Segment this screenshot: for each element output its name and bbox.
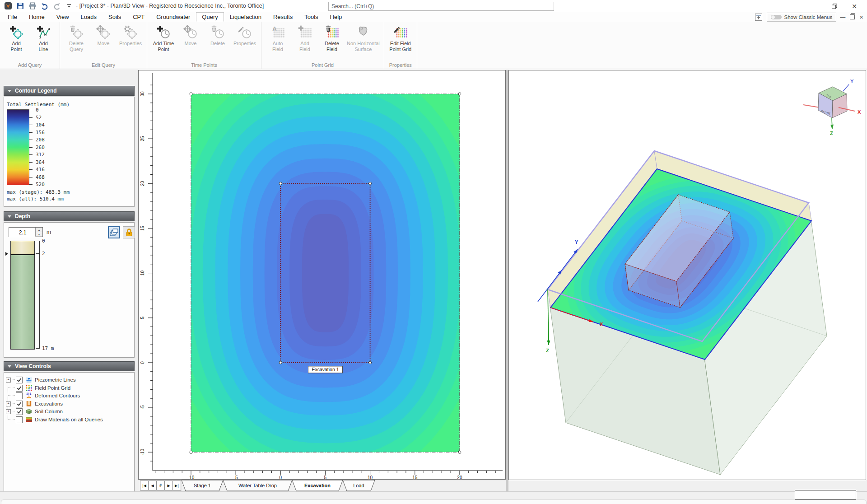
stage-nav-first-button[interactable]: |◀ xyxy=(140,481,149,490)
tree-item-excavations[interactable]: +Excavations xyxy=(4,400,134,408)
legend-tick xyxy=(29,147,33,148)
print-icon[interactable] xyxy=(28,1,37,10)
contour-legend-header[interactable]: Contour Legend xyxy=(4,86,135,96)
restore-button[interactable] xyxy=(825,0,844,12)
3d-model-canvas[interactable]: XYZXYZTopFront xyxy=(509,70,866,480)
svg-text:20: 20 xyxy=(457,475,462,479)
customize-caret-icon[interactable] xyxy=(65,1,74,10)
lock-depth-button[interactable] xyxy=(123,226,135,238)
tree-checkbox[interactable] xyxy=(16,392,23,399)
minimize-button[interactable]: – xyxy=(805,0,825,12)
depth-header[interactable]: Depth xyxy=(4,211,135,221)
tree-checkbox[interactable] xyxy=(16,408,23,415)
contour-legend-title: Contour Legend xyxy=(15,88,57,94)
field-corner-handle[interactable] xyxy=(190,451,192,453)
quick-access-toolbar xyxy=(4,1,74,10)
tree-checkbox[interactable] xyxy=(16,385,23,392)
menu-item-liquefaction[interactable]: Liquefaction xyxy=(224,12,267,22)
tree-item-field-point-grid[interactable]: Field Point Grid xyxy=(4,384,134,392)
field-corner-handle[interactable] xyxy=(190,93,192,95)
menu-item-query[interactable]: Query xyxy=(196,12,224,22)
view-3d[interactable]: XYZXYZTopFront xyxy=(508,70,866,480)
legend-tick-label: 52 xyxy=(36,115,42,121)
excavation-corner-handle[interactable] xyxy=(369,182,372,185)
mdi-minimize-button[interactable]: — xyxy=(840,14,845,20)
tree-checkbox[interactable] xyxy=(16,416,23,423)
menu-item-view[interactable]: View xyxy=(51,12,75,22)
depth-marker-icon[interactable] xyxy=(5,252,8,256)
tree-expand-icon[interactable]: + xyxy=(6,409,11,414)
ribbon-group-time-points: Add TimePointMoveDeletePropertiesTime Po… xyxy=(147,22,261,69)
depth-input[interactable] xyxy=(9,228,36,238)
ribbon-button-add-line[interactable]: AddLine xyxy=(30,22,57,52)
close-button[interactable]: ✕ xyxy=(844,0,864,12)
stage-nav-next-button[interactable]: ▶ xyxy=(164,481,173,490)
ribbon-button-add-point[interactable]: AddPoint xyxy=(3,22,30,52)
menu-item-home[interactable]: Home xyxy=(23,12,51,22)
plan-contour-canvas[interactable]: Excavation 1-10-5051015202530-10-5051015… xyxy=(139,70,505,479)
show-classic-menus-toggle[interactable]: Show Classic Menus xyxy=(767,13,837,22)
mdi-close-button[interactable]: × xyxy=(859,14,863,20)
ribbon-group-label: Properties xyxy=(384,62,417,68)
depth-up-button[interactable]: ▲ xyxy=(35,228,42,232)
mdi-restore-button[interactable] xyxy=(850,14,855,19)
menu-item-loads[interactable]: Loads xyxy=(75,12,103,22)
excavation-corner-handle[interactable] xyxy=(279,182,282,185)
redo-icon[interactable] xyxy=(52,1,61,10)
status-value-box xyxy=(795,490,856,499)
save-icon[interactable] xyxy=(16,1,25,10)
toggle-switch-icon[interactable] xyxy=(771,15,782,19)
stage-nav-previous-button[interactable]: ◀ xyxy=(148,481,157,490)
stage-nav-stage-number-button[interactable]: # xyxy=(156,481,165,490)
ribbon-button-add-time-point[interactable]: Add TimePoint xyxy=(150,22,177,52)
svg-text:10: 10 xyxy=(140,271,145,276)
tree-item-label: Deformed Contours xyxy=(35,393,80,398)
tree-item-deformed-contours[interactable]: Deformed Contours xyxy=(4,392,134,400)
legend-color-bar xyxy=(7,109,29,185)
undo-icon[interactable] xyxy=(40,1,49,10)
svg-text:Stage 1: Stage 1 xyxy=(194,483,211,488)
excavation-corner-handle[interactable] xyxy=(279,361,282,364)
time-add-icon xyxy=(156,25,171,39)
plan-view[interactable]: Excavation 1-10-5051015202530-10-5051015… xyxy=(138,70,506,480)
legend-tick-label: 0 xyxy=(36,107,39,113)
field-corner-handle[interactable] xyxy=(458,93,461,95)
ribbon-button-edit-field-point-grid[interactable]: Edit FieldPoint Grid xyxy=(387,22,414,52)
stage-tab-stage-1[interactable]: Stage 1 xyxy=(182,480,223,491)
tree-checkbox[interactable] xyxy=(16,377,23,383)
tree-expand-icon[interactable]: + xyxy=(6,378,11,383)
menu-item-help[interactable]: Help xyxy=(324,12,348,22)
tree-expand-icon[interactable]: + xyxy=(6,401,11,406)
tree-item-piezometric-lines[interactable]: +Piezometric Lines xyxy=(4,376,134,384)
stage-tab-excavation[interactable]: Excavation xyxy=(292,480,343,491)
tree-checkbox[interactable] xyxy=(16,401,23,407)
ribbon-button-auto-field: AAutoField xyxy=(264,22,291,52)
draw-materials-icon xyxy=(25,416,33,423)
view-controls-header[interactable]: View Controls xyxy=(4,361,135,371)
menu-item-groundwater[interactable]: Groundwater xyxy=(150,12,196,22)
stage-tab-water-table-drop[interactable]: Water Table Drop xyxy=(223,480,292,491)
menu-item-cpt[interactable]: CPT xyxy=(127,12,150,22)
menu-item-file[interactable]: File xyxy=(2,12,23,22)
search-input[interactable] xyxy=(328,2,554,11)
piezometric-icon xyxy=(25,376,33,383)
app-logo-icon[interactable] xyxy=(4,1,13,10)
excavation-corner-handle[interactable] xyxy=(369,361,372,364)
legend-max-stage: max (stage): 483.3 mm xyxy=(7,189,70,195)
stage-tab-load[interactable]: Load xyxy=(343,480,375,491)
depth-down-button[interactable]: ▼ xyxy=(35,232,42,237)
svg-text:-5: -5 xyxy=(234,475,238,479)
contour-legend-panel: Total Settlement (mm) 052104156208260312… xyxy=(4,97,135,207)
excavation-label[interactable]: Excavation 1 xyxy=(308,366,342,373)
menu-item-tools[interactable]: Tools xyxy=(298,12,324,22)
tree-item-soil-column[interactable]: +Soil Column xyxy=(4,408,134,415)
tree-item-draw-materials-on-all-queries[interactable]: Draw Materials on all Queries xyxy=(4,416,134,424)
field-corner-handle[interactable] xyxy=(458,451,461,453)
orientation-cube[interactable]: XYZTopFront xyxy=(803,79,861,136)
menu-item-soils[interactable]: Soils xyxy=(103,12,127,22)
collapse-ribbon-icon[interactable] xyxy=(754,13,763,22)
menu-item-results[interactable]: Results xyxy=(267,12,298,22)
ribbon-button-delete-field[interactable]: DeleteField xyxy=(318,22,345,52)
ribbon: AddPointAddLineAdd QueryDeleteQueryMoveP… xyxy=(0,22,867,69)
apply-to-all-stages-button[interactable] xyxy=(108,226,120,238)
